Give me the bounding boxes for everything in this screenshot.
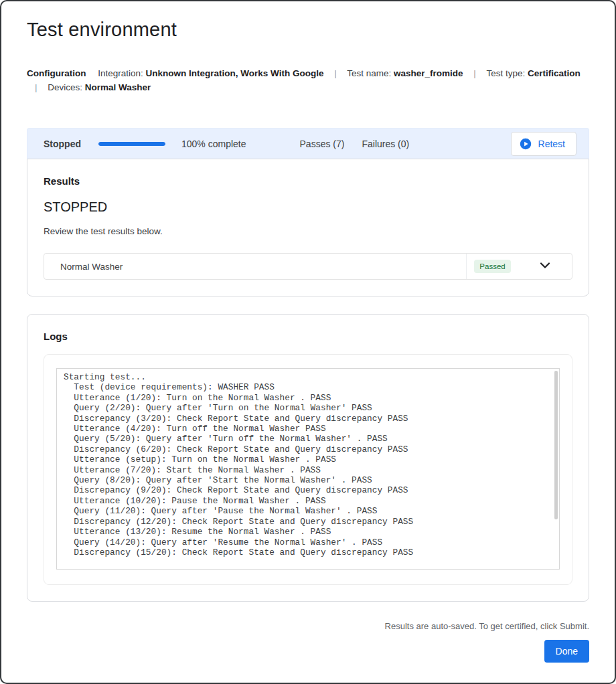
logs-heading: Logs <box>44 331 572 342</box>
logs-panel: Starting test... Test (device requiremen… <box>44 354 572 585</box>
page-title: Test environment <box>27 19 589 41</box>
expand-toggle[interactable] <box>518 257 572 276</box>
logs-card: Logs Starting test... Test (device requi… <box>27 314 589 602</box>
config-separator: | <box>334 68 337 78</box>
progress-bar <box>98 142 165 146</box>
results-description: Review the test results below. <box>44 226 572 236</box>
configuration-summary: Configuration Integration: Unknown Integ… <box>27 66 589 94</box>
log-output-area[interactable]: Starting test... Test (device requiremen… <box>56 368 560 570</box>
log-text: Starting test... Test (device requiremen… <box>57 369 559 561</box>
config-separator: | <box>35 82 37 92</box>
test-environment-page: Test environment Configuration Integrati… <box>1 19 615 663</box>
results-card: Results STOPPED Review the test results … <box>27 159 589 296</box>
test-status-bar: Stopped 100% complete Passes (7) Failure… <box>27 128 589 159</box>
results-heading: Results <box>44 175 572 187</box>
status-badge: Passed <box>474 260 510 273</box>
failures-count: Failures (0) <box>362 139 409 149</box>
footer-actions: Done <box>27 640 589 663</box>
device-name: Normal Washer <box>60 262 123 272</box>
progress-bar-fill <box>98 142 165 146</box>
config-item-test-type: Test type: Certification <box>486 68 580 78</box>
config-item-integration: Integration: Unknown Integration, Works … <box>98 68 323 78</box>
configuration-heading: Configuration <box>27 68 86 78</box>
results-status-text: STOPPED <box>44 199 572 215</box>
test-state-label: Stopped <box>44 139 81 149</box>
retest-button[interactable]: Retest <box>511 132 576 156</box>
progress-percent-label: 100% complete <box>181 139 246 149</box>
play-circle-icon <box>520 138 532 150</box>
retest-button-label: Retest <box>538 139 565 149</box>
log-scrollbar[interactable] <box>554 371 558 519</box>
passes-count: Passes (7) <box>300 139 345 149</box>
config-item-test-name: Test name: washer_fromide <box>347 68 463 78</box>
done-button[interactable]: Done <box>544 640 589 663</box>
config-separator: | <box>473 68 476 78</box>
autosave-note: Results are auto-saved. To get certified… <box>27 621 589 631</box>
device-result-row[interactable]: Normal Washer Passed <box>44 253 572 280</box>
config-item-devices: Devices: Normal Washer <box>48 82 151 92</box>
device-status-cell: Passed <box>466 254 518 279</box>
chevron-down-icon <box>537 257 553 276</box>
